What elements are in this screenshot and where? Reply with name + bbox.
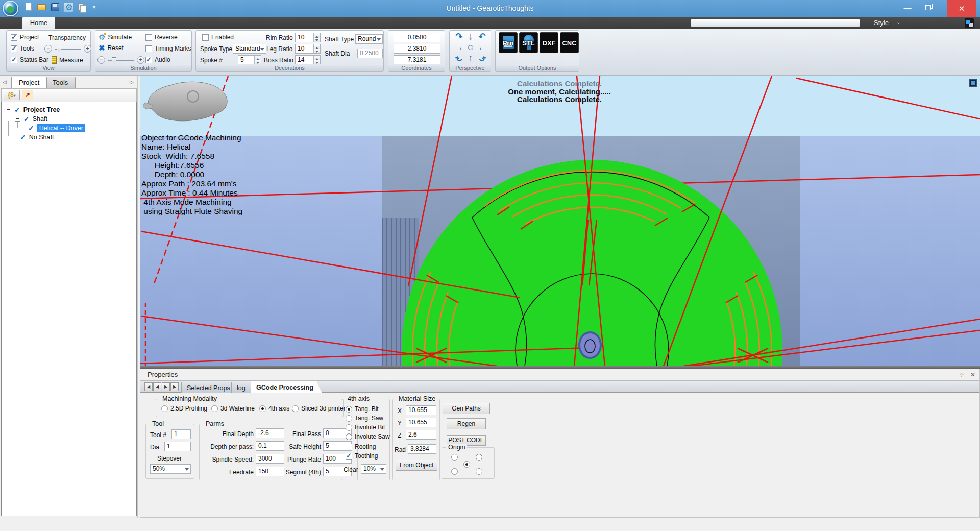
- sidebar-expand-icon[interactable]: ▷: [130, 79, 134, 85]
- rim-ratio-input[interactable]: 10: [295, 33, 321, 42]
- maximize-button[interactable]: [918, 0, 938, 17]
- final-depth-input[interactable]: -2.6: [256, 428, 284, 438]
- qat-dropdown-icon[interactable]: ▼: [92, 5, 96, 10]
- tab-gcode-processing[interactable]: GCode Processing: [251, 381, 322, 393]
- viewport-3d[interactable]: Calculations Complete. One moment, Calcu…: [140, 76, 980, 366]
- tree-item-no-shaft[interactable]: ✓No Shaft: [20, 133, 54, 141]
- coordinate-y-input[interactable]: 2.3810: [394, 44, 440, 54]
- enabled-checkbox[interactable]: Enabled: [202, 34, 234, 41]
- rotate-ccw-up-icon[interactable]: ↶: [475, 51, 490, 64]
- pointer-tool-button[interactable]: ↗: [22, 90, 33, 100]
- material-y-input[interactable]: 10.655: [406, 418, 436, 427]
- clear-combo[interactable]: 10%: [361, 464, 386, 474]
- simulation-slider[interactable]: − +: [97, 56, 144, 64]
- viewport-corner-icon[interactable]: [969, 79, 977, 87]
- radio-25d-profiling[interactable]: 2.5D Profiling: [161, 405, 207, 412]
- close-button[interactable]: ✕: [947, 0, 976, 17]
- radio-sliced-3d-printer[interactable]: Sliced 3d printer: [292, 405, 346, 412]
- slider-thumb[interactable]: [57, 46, 61, 52]
- rooting-checkbox[interactable]: Rooting: [346, 443, 376, 450]
- audio-checkbox[interactable]: Audio: [145, 56, 170, 63]
- origin-center-radio[interactable]: [463, 461, 470, 468]
- radio-3d-waterline[interactable]: 3d Waterline: [211, 405, 255, 412]
- origin-top-left-radio[interactable]: [451, 454, 458, 461]
- timing-marks-checkbox[interactable]: Timing Marks: [145, 45, 191, 52]
- spin-up-button[interactable]: [314, 33, 320, 38]
- origin-bottom-right-radio[interactable]: [476, 468, 482, 475]
- radio-4th-axis[interactable]: 4th axis: [259, 405, 289, 412]
- coordinate-x-input[interactable]: 0.0500: [394, 33, 440, 42]
- material-x-input[interactable]: 10.655: [406, 405, 436, 415]
- slider-minus-button[interactable]: −: [97, 56, 105, 64]
- shaft-dia-input[interactable]: 0.2500: [357, 49, 383, 58]
- nav-next-button[interactable]: ▶: [162, 382, 170, 391]
- minimize-button[interactable]: —: [897, 0, 918, 17]
- radio-tang-saw[interactable]: Tang. Saw: [346, 415, 383, 422]
- toothing-checkbox[interactable]: Toothing: [346, 452, 378, 460]
- spin-up-button[interactable]: [314, 56, 320, 60]
- style-label[interactable]: Style: [874, 17, 889, 29]
- radio-involute-bit[interactable]: Involute Bit: [346, 424, 385, 431]
- collapse-icon[interactable]: [6, 107, 11, 112]
- statusbar-checkbox[interactable]: Status Bar: [11, 56, 48, 63]
- measure-button[interactable]: Measure: [52, 56, 83, 64]
- tab-log[interactable]: log: [231, 382, 254, 393]
- style-input[interactable]: [691, 19, 860, 27]
- depth-per-pass-input[interactable]: 0.1: [256, 441, 284, 451]
- radio-involute-saw[interactable]: Involute Saw: [346, 433, 390, 440]
- new-document-icon[interactable]: [23, 2, 34, 12]
- rotate-ccw-icon[interactable]: ↶: [475, 30, 490, 43]
- leg-ratio-input[interactable]: 10: [295, 44, 321, 54]
- print-output-button[interactable]: Prn: [499, 32, 518, 53]
- sidebar-tab-tools[interactable]: Tools: [45, 77, 76, 88]
- dxf-output-button[interactable]: DXF: [540, 32, 558, 53]
- cnc-output-button[interactable]: CNC: [560, 32, 579, 53]
- spin-down-button[interactable]: [314, 38, 320, 42]
- from-object-button[interactable]: From Object: [396, 460, 437, 471]
- nav-first-button[interactable]: ◀: [144, 382, 153, 391]
- tab-home[interactable]: Home: [22, 17, 55, 29]
- tree-item-shaft[interactable]: ✓Shaft: [15, 114, 47, 123]
- panel-close-icon[interactable]: ✕: [970, 371, 975, 378]
- reset-view-icon[interactable]: ☺: [464, 42, 477, 53]
- sidebar-collapse-icon[interactable]: ◁: [3, 79, 7, 85]
- save-icon[interactable]: [50, 2, 60, 12]
- slider-minus-button[interactable]: −: [44, 45, 52, 53]
- style-chevron-icon[interactable]: ⌄: [896, 17, 900, 29]
- gen-paths-button[interactable]: Gen Paths: [443, 403, 490, 414]
- settings-gear-icon[interactable]: ⚙: [63, 2, 74, 12]
- collapse-icon[interactable]: [15, 116, 20, 122]
- tools-checkbox[interactable]: Tools: [11, 45, 34, 52]
- spoke-type-combo[interactable]: Standard: [233, 44, 266, 54]
- paste-icon[interactable]: [77, 2, 87, 12]
- nav-last-button[interactable]: ▶: [170, 382, 179, 391]
- stepover-combo[interactable]: 50%: [150, 464, 191, 474]
- feedrate-input[interactable]: 150: [256, 467, 284, 476]
- slider-plus-button[interactable]: +: [84, 45, 91, 53]
- spin-up-button[interactable]: [314, 44, 320, 49]
- tree-item-helical-driver[interactable]: ✓Helical -- Driver: [28, 124, 85, 132]
- app-logo-icon[interactable]: [3, 1, 18, 16]
- origin-bottom-left-radio[interactable]: [451, 468, 458, 475]
- tree-item-project-tree[interactable]: ✓Project Tree: [6, 105, 60, 114]
- nav-prev-button[interactable]: ◀: [153, 382, 161, 391]
- spin-down-button[interactable]: [314, 49, 320, 54]
- slider-plus-button[interactable]: +: [137, 56, 144, 64]
- slider-thumb[interactable]: [112, 57, 116, 63]
- dia-input[interactable]: 1: [164, 442, 191, 451]
- transparency-slider[interactable]: − +: [44, 45, 91, 53]
- tab-selected-props[interactable]: Selected Props: [181, 382, 239, 393]
- reset-button[interactable]: ✖Reset: [99, 44, 124, 52]
- reverse-checkbox[interactable]: Reverse: [145, 34, 178, 41]
- open-folder-icon[interactable]: [37, 2, 47, 12]
- spindle-speed-input[interactable]: 3000: [256, 454, 284, 464]
- tool-num-input[interactable]: 1: [172, 429, 191, 439]
- window-corner-icon[interactable]: [965, 18, 974, 28]
- project-checkbox[interactable]: Project: [11, 34, 39, 41]
- sidebar-tab-project[interactable]: Project: [11, 77, 47, 88]
- spin-up-button[interactable]: [255, 56, 261, 60]
- regen-button[interactable]: Regen: [447, 418, 486, 429]
- pin-icon[interactable]: ⊹: [959, 371, 964, 378]
- stl-output-button[interactable]: STL: [519, 32, 538, 53]
- material-rad-input[interactable]: 3.8284: [408, 444, 436, 454]
